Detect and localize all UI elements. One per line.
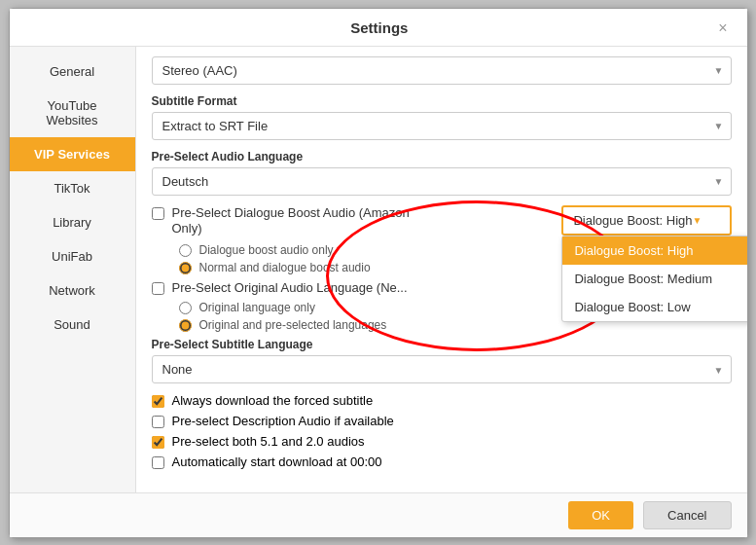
sidebar-item-sound[interactable]: Sound	[10, 308, 135, 342]
auto-download-row: Automatically start download at 00:00	[152, 454, 732, 469]
subtitle-language-group: Pre-Select Subtitle Language None ▼	[152, 338, 732, 383]
auto-download-label: Automatically start download at 00:00	[172, 454, 382, 469]
subtitle-format-group: Subtitle Format Extract to SRT File ▼	[152, 94, 732, 140]
subtitle-language-select[interactable]: None	[152, 355, 732, 383]
dialogue-boost-radio2[interactable]	[179, 262, 192, 274]
sidebar-item-library[interactable]: Library	[10, 205, 135, 239]
dropdown-item-high[interactable]: Dialogue Boost: High	[562, 236, 746, 265]
original-language-label: Pre-Select Original Audio Language (Ne..…	[172, 280, 408, 295]
sidebar-item-tiktok[interactable]: TikTok	[10, 171, 135, 205]
dialogue-boost-trigger[interactable]: Dialogue Boost: High ▼	[561, 205, 731, 236]
dialogue-boost-radio1[interactable]	[179, 244, 192, 257]
sidebar: General YouTube Websites VIP Services Ti…	[10, 47, 136, 492]
title-bar: Settings ×	[10, 9, 747, 47]
dialog-body: General YouTube Websites VIP Services Ti…	[10, 47, 747, 492]
dialogue-boost-trigger-arrow: ▼	[693, 215, 702, 226]
subtitle-format-select-wrapper: Extract to SRT File ▼	[152, 112, 732, 140]
audio-format-select[interactable]: Stereo (AAC)	[152, 56, 732, 85]
both-audios-label: Pre-select both 5.1 and 2.0 audios	[172, 434, 365, 449]
dialogue-boost-checkbox[interactable]	[152, 207, 164, 220]
description-audio-checkbox[interactable]	[152, 416, 164, 428]
audio-format-select-wrapper: Stereo (AAC) ▼	[152, 56, 732, 85]
dropdown-item-low[interactable]: Dialogue Boost: Low	[562, 293, 746, 321]
sidebar-item-unifab[interactable]: UniFab	[10, 239, 135, 273]
description-audio-row: Pre-select Description Audio if availabl…	[152, 414, 732, 428]
sidebar-item-youtube[interactable]: YouTube Websites	[10, 89, 135, 137]
settings-dialog: Settings × General YouTube Websites VIP …	[9, 8, 748, 538]
dialog-title: Settings	[45, 19, 715, 36]
forced-subtitle-checkbox[interactable]	[152, 395, 164, 408]
subtitle-format-select[interactable]: Extract to SRT File	[152, 112, 732, 140]
audio-language-section-label: Pre-Select Audio Language	[152, 150, 732, 164]
subtitle-language-select-wrapper: None ▼	[152, 355, 732, 383]
original-language-radio1[interactable]	[179, 302, 192, 314]
original-language-radio2-label: Original and pre-selected languages	[199, 318, 387, 332]
sidebar-item-network[interactable]: Network	[10, 273, 135, 308]
dropdown-item-medium[interactable]: Dialogue Boost: Medium	[562, 265, 746, 293]
dialogue-boost-dropdown: Dialogue Boost: High Dialogue Boost: Med…	[561, 236, 746, 322]
audio-format-group: Stereo (AAC) ▼	[152, 56, 732, 85]
both-audios-checkbox[interactable]	[152, 436, 164, 449]
forced-subtitle-label: Always download the forced subtitle	[172, 393, 374, 408]
dialogue-boost-trigger-value: Dialogue Boost: High	[573, 213, 692, 228]
content-panel: Stereo (AAC) ▼ Subtitle Format Extract t…	[136, 47, 747, 492]
footer: OK Cancel	[10, 492, 747, 537]
dialogue-boost-dropdown-container: Dialogue Boost: High ▼ Dialogue Boost: H…	[561, 205, 731, 236]
auto-download-checkbox[interactable]	[152, 456, 164, 469]
dialogue-boost-radio1-label: Dialogue boost audio only	[199, 243, 334, 257]
forced-subtitle-row: Always download the forced subtitle	[152, 393, 732, 408]
audio-language-group: Pre-Select Audio Language Deutsch ▼	[152, 150, 732, 196]
audio-language-select[interactable]: Deutsch	[152, 167, 732, 196]
dialogue-boost-row: Pre-Select Dialogue Boost Audio (Amazon …	[152, 205, 732, 238]
original-language-radio1-label: Original language only	[199, 301, 315, 314]
subtitle-language-section-label: Pre-Select Subtitle Language	[152, 338, 732, 351]
audio-language-select-wrapper: Deutsch ▼	[152, 167, 732, 196]
sidebar-item-vip[interactable]: VIP Services	[10, 137, 135, 171]
subtitle-format-label: Subtitle Format	[152, 94, 732, 108]
original-language-radio2[interactable]	[179, 319, 192, 332]
original-language-checkbox[interactable]	[152, 282, 164, 295]
dialogue-boost-radio2-label: Normal and dialogue boost audio	[199, 261, 371, 274]
description-audio-label: Pre-select Description Audio if availabl…	[172, 414, 394, 428]
ok-button[interactable]: OK	[568, 501, 633, 529]
sidebar-item-general[interactable]: General	[10, 54, 135, 89]
cancel-button[interactable]: Cancel	[643, 501, 731, 529]
close-button[interactable]: ×	[714, 18, 731, 38]
both-audios-row: Pre-select both 5.1 and 2.0 audios	[152, 434, 732, 449]
dialogue-boost-label: Pre-Select Dialogue Boost Audio (Amazon …	[172, 205, 425, 238]
